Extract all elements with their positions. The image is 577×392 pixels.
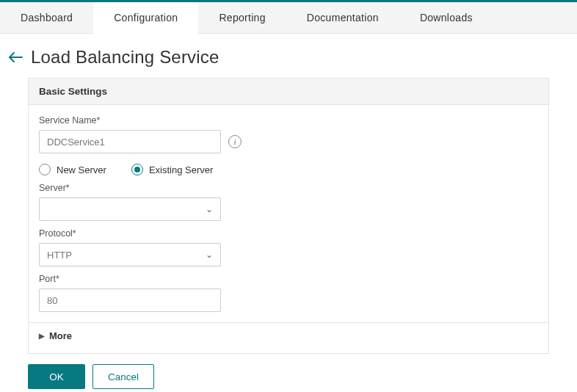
basic-settings-panel: Basic Settings Service Name* i New Serve… bbox=[28, 78, 549, 354]
action-buttons: OK Cancel bbox=[28, 364, 549, 389]
tab-documentation[interactable]: Documentation bbox=[286, 2, 399, 33]
tab-reporting[interactable]: Reporting bbox=[198, 2, 286, 33]
server-label: Server* bbox=[39, 183, 538, 193]
info-icon[interactable]: i bbox=[228, 135, 242, 148]
page-header: Load Balancing Service bbox=[0, 34, 577, 78]
ok-button[interactable]: OK bbox=[28, 364, 85, 389]
service-name-label: Service Name* bbox=[39, 115, 538, 126]
tab-dashboard[interactable]: Dashboard bbox=[0, 2, 93, 33]
panel-title: Basic Settings bbox=[29, 79, 548, 105]
back-icon[interactable] bbox=[7, 51, 23, 64]
port-input[interactable] bbox=[39, 288, 221, 312]
port-label: Port* bbox=[39, 274, 538, 284]
radio-existing-server[interactable]: Existing Server bbox=[131, 164, 213, 175]
chevron-down-icon: ⌄ bbox=[206, 250, 213, 260]
nav-tabs: Dashboard Configuration Reporting Docume… bbox=[0, 2, 577, 34]
tab-configuration[interactable]: Configuration bbox=[93, 2, 198, 34]
server-type-radio-group: New Server Existing Server bbox=[39, 164, 538, 175]
server-select[interactable]: ⌄ bbox=[39, 197, 221, 221]
protocol-label: Protocol* bbox=[39, 228, 538, 239]
radio-existing-server-label: Existing Server bbox=[149, 164, 213, 175]
radio-circle-icon bbox=[131, 164, 143, 175]
radio-circle-icon bbox=[39, 164, 51, 175]
caret-right-icon: ▶ bbox=[39, 332, 45, 340]
more-toggle[interactable]: ▶ More bbox=[29, 322, 548, 349]
page-title: Load Balancing Service bbox=[31, 47, 219, 68]
chevron-down-icon: ⌄ bbox=[206, 204, 213, 214]
protocol-selected-value: HTTP bbox=[47, 250, 72, 261]
tab-downloads[interactable]: Downloads bbox=[399, 2, 493, 33]
radio-new-server-label: New Server bbox=[57, 164, 106, 175]
service-name-input[interactable] bbox=[39, 130, 221, 153]
panel-body: Service Name* i New Server Existing Serv… bbox=[29, 105, 548, 353]
radio-new-server[interactable]: New Server bbox=[39, 164, 106, 175]
more-label: More bbox=[49, 330, 72, 341]
cancel-button[interactable]: Cancel bbox=[92, 364, 154, 389]
protocol-select[interactable]: HTTP ⌄ bbox=[39, 243, 221, 266]
